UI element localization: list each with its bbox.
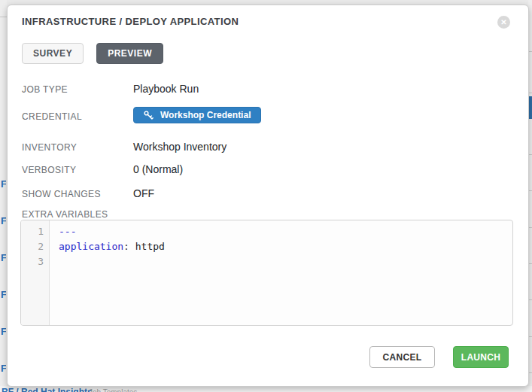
tab-preview[interactable]: PREVIEW <box>96 43 163 64</box>
job-type-value: Playbook Run <box>133 83 199 95</box>
background-page-bottom-strip: RF / Red Hat Insights Job Templates <box>0 386 532 392</box>
yaml-key-token: application <box>59 241 123 252</box>
yaml-colon-token: : <box>123 241 129 252</box>
credential-chip-label: Workshop Credential <box>160 110 251 120</box>
yaml-doc-start-token: --- <box>59 226 76 237</box>
page-title: INFRASTRUCTURE / DEPLOY APPLICATION <box>22 16 239 27</box>
yaml-value-token: httpd <box>129 241 165 252</box>
tab-survey[interactable]: SURVEY <box>22 43 84 64</box>
show-changes-value: OFF <box>133 187 154 199</box>
show-changes-label: SHOW CHANGES <box>22 189 101 199</box>
code-line-2: application: httpd <box>59 239 512 254</box>
background-text-fragment: Job Templates <box>89 388 137 392</box>
background-link-fragment: F <box>1 289 6 299</box>
line-number: 2 <box>21 239 49 254</box>
key-icon <box>144 111 154 120</box>
background-link-fragment: F <box>1 215 6 226</box>
extra-variables-label: EXTRA VARIABLES <box>22 209 108 220</box>
background-link-fragment: F <box>1 178 6 189</box>
extra-variables-editor[interactable]: 1 2 3 --- application: httpd <box>20 220 513 326</box>
line-number: 3 <box>21 254 49 269</box>
inventory-value: Workshop Inventory <box>133 141 226 153</box>
credential-label: CREDENTIAL <box>22 111 82 122</box>
job-type-label: JOB TYPE <box>22 84 68 95</box>
modal-tabs: SURVEY PREVIEW <box>22 43 163 64</box>
background-link-fragment: F <box>1 252 6 263</box>
editor-line-number-gutter: 1 2 3 <box>21 220 50 325</box>
code-line-3 <box>59 254 512 269</box>
background-page-left-strip: F F F F F F <box>0 0 7 392</box>
deploy-application-modal: INFRASTRUCTURE / DEPLOY APPLICATION ✕ SU… <box>7 5 529 387</box>
verbosity-label: VERBOSITY <box>22 165 76 175</box>
line-number: 1 <box>21 224 49 239</box>
screen: F F F F F F RF / Red Hat Insights Job Te… <box>0 0 532 392</box>
verbosity-value: 0 (Normal) <box>133 163 183 175</box>
background-divider <box>0 17 7 17</box>
inventory-label: INVENTORY <box>22 142 77 153</box>
close-icon[interactable]: ✕ <box>497 16 510 29</box>
launch-button[interactable]: LAUNCH <box>453 346 509 368</box>
credential-chip[interactable]: Workshop Credential <box>133 107 261 123</box>
cancel-button[interactable]: CANCEL <box>369 346 435 368</box>
background-link-fragment: RF / Red Hat Insights <box>2 387 93 392</box>
background-link-fragment: F <box>1 363 6 373</box>
code-line-1: --- <box>59 224 512 239</box>
editor-code-area[interactable]: --- application: httpd <box>50 220 512 325</box>
background-link-fragment: F <box>1 326 6 336</box>
